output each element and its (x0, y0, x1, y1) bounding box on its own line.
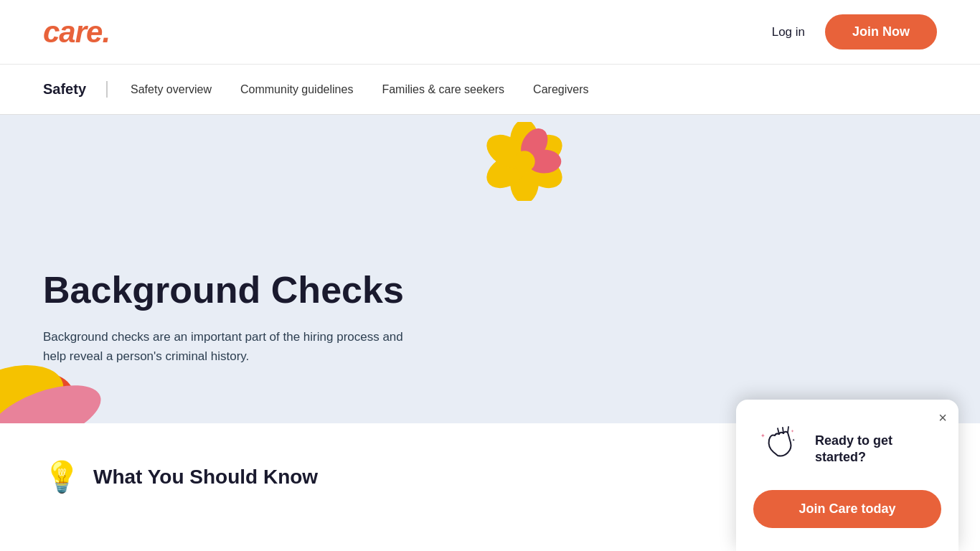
know-section-title: What You Should Know (93, 466, 318, 489)
svg-line-14 (788, 427, 788, 433)
cta-top-row: ✦ ✦ ✦ Ready to get started? (753, 420, 941, 479)
hero-title: Background Checks (43, 270, 423, 311)
nav-item-safety-overview[interactable]: Safety overview (131, 83, 212, 96)
safety-nav: Safety Safety overview Community guideli… (0, 65, 980, 115)
site-logo[interactable]: care. (43, 15, 110, 50)
hero-description: Background checks are an important part … (43, 327, 423, 366)
hero-content: Background Checks Background checks are … (0, 227, 466, 395)
flower-decoration-top (485, 122, 564, 201)
svg-text:✦: ✦ (760, 433, 765, 439)
nav-links-list: Safety overview Community guidelines Fam… (131, 83, 588, 96)
join-now-button[interactable]: Join Now (825, 14, 937, 50)
community-guidelines-link[interactable]: Community guidelines (240, 83, 353, 95)
lightbulb-icon: 💡 (43, 459, 80, 494)
cta-join-button[interactable]: Join Care today (753, 490, 941, 528)
nav-item-community-guidelines[interactable]: Community guidelines (240, 83, 353, 96)
header-actions: Log in Join Now (772, 14, 937, 50)
svg-text:✦: ✦ (792, 438, 795, 442)
cta-ready-text: Ready to get started? (815, 433, 941, 466)
safety-overview-link[interactable]: Safety overview (131, 83, 212, 95)
login-button[interactable]: Log in (772, 25, 805, 39)
site-header: care. Log in Join Now (0, 0, 980, 65)
svg-point-8 (514, 151, 534, 171)
caregivers-link[interactable]: Caregivers (533, 83, 588, 95)
safety-section-label: Safety (43, 81, 108, 98)
hands-clapping-icon: ✦ ✦ ✦ (753, 420, 804, 479)
cta-popup: × ✦ ✦ ✦ (736, 400, 958, 530)
cta-close-button[interactable]: × (938, 410, 947, 426)
nav-item-caregivers[interactable]: Caregivers (533, 83, 588, 96)
cta-popup-inner: ✦ ✦ ✦ Ready to get started? Join Care to… (753, 420, 941, 528)
nav-item-families[interactable]: Families & care seekers (382, 83, 504, 96)
svg-text:✦: ✦ (791, 429, 794, 433)
hero-section: Background Checks Background checks are … (0, 115, 980, 423)
svg-line-13 (783, 428, 783, 433)
families-care-seekers-link[interactable]: Families & care seekers (382, 83, 504, 95)
